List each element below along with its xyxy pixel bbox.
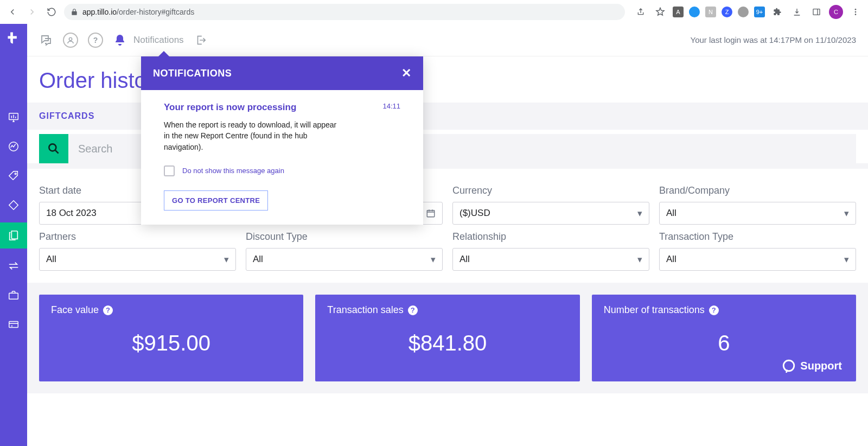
currency-select[interactable]: ($)USD ▾ <box>452 202 649 225</box>
user-icon[interactable] <box>63 33 78 48</box>
sidebar-item-transfer[interactable] <box>7 259 20 272</box>
app-logo[interactable] <box>6 30 21 46</box>
sidebar-item-orders[interactable] <box>0 222 27 249</box>
relationship-select[interactable]: All ▾ <box>452 248 649 271</box>
sidebar-item-diamond[interactable] <box>7 199 20 212</box>
popover-title: Your report is now processing <box>164 102 296 113</box>
address-bar[interactable]: app.tillo.io/order-history#giftcards <box>64 4 625 20</box>
go-to-report-centre-button[interactable]: GO TO REPORT CENTRE <box>164 190 268 211</box>
discount-select[interactable]: All ▾ <box>246 248 443 271</box>
txn-sales-amount: $841.80 <box>327 331 567 355</box>
extension-icon[interactable] <box>738 7 749 17</box>
logout-icon[interactable] <box>194 33 208 47</box>
sidebar <box>0 24 27 446</box>
partners-label: Partners <box>39 231 236 243</box>
help-icon[interactable]: ? <box>709 305 719 315</box>
forward-button[interactable] <box>25 5 39 19</box>
profile-avatar[interactable]: C <box>829 5 843 19</box>
browser-chrome: app.tillo.io/order-history#giftcards A N… <box>0 0 868 24</box>
bell-icon[interactable] <box>113 33 127 47</box>
svg-point-3 <box>855 14 857 15</box>
sidebar-item-tag[interactable] <box>7 169 20 182</box>
svg-rect-12 <box>427 211 435 217</box>
search-button[interactable] <box>39 134 68 163</box>
popover-arrow <box>158 51 169 56</box>
sidebar-item-dashboard[interactable] <box>7 111 20 124</box>
reload-button[interactable] <box>44 5 59 19</box>
face-value-amount: $915.00 <box>51 331 291 355</box>
url-domain: app.tillo.io <box>82 8 117 16</box>
dont-show-label: Do not show this message again <box>182 167 284 175</box>
extension-icon[interactable]: N <box>705 7 716 17</box>
extensions-puzzle-icon[interactable] <box>770 5 784 19</box>
txn-count-value: 6 <box>604 331 844 355</box>
popover-message: When the report is ready to download, it… <box>164 119 343 152</box>
support-button[interactable]: Support <box>782 359 842 373</box>
url-path: /order-history#giftcards <box>117 8 194 16</box>
help-icon[interactable]: ? <box>88 33 103 48</box>
sidebar-item-briefcase[interactable] <box>7 289 20 302</box>
notifications-popover: NOTIFICATIONS ✕ Your report is now proce… <box>141 56 423 225</box>
partners-select[interactable]: All ▾ <box>39 248 236 271</box>
extension-icon[interactable]: Z <box>722 7 732 17</box>
share-icon[interactable] <box>634 5 648 19</box>
relationship-label: Relationship <box>452 231 649 243</box>
brand-select[interactable]: All ▾ <box>659 202 856 225</box>
svg-rect-8 <box>9 322 18 328</box>
bookmark-star-icon[interactable] <box>653 5 667 19</box>
dont-show-checkbox[interactable] <box>164 165 175 176</box>
card-transaction-sales: Transaction sales? $841.80 <box>315 295 579 381</box>
chevron-down-icon: ▾ <box>431 254 436 265</box>
extension-icon[interactable] <box>689 7 700 17</box>
tab-giftcards[interactable]: GIFTCARDS <box>39 111 94 120</box>
chevron-down-icon: ▾ <box>637 254 642 265</box>
download-icon[interactable] <box>790 5 804 19</box>
sidebar-item-card[interactable] <box>7 318 20 331</box>
browser-action-icons: A N Z 9+ C <box>630 5 863 19</box>
svg-rect-0 <box>813 9 820 15</box>
chevron-down-icon: ▾ <box>844 208 849 219</box>
notifications-label: Notifications <box>133 35 184 46</box>
close-icon[interactable]: ✕ <box>401 66 412 80</box>
svg-point-2 <box>855 11 857 13</box>
chat-icon[interactable] <box>39 33 53 47</box>
svg-point-1 <box>855 9 857 10</box>
card-txn-count: Number of transactions? 6 Support <box>592 295 856 381</box>
chevron-down-icon: ▾ <box>224 254 229 265</box>
svg-point-6 <box>15 173 16 175</box>
currency-label: Currency <box>452 185 649 196</box>
chevron-down-icon: ▾ <box>844 254 849 265</box>
topbar: ? Notifications Your last login was at 1… <box>27 24 868 56</box>
popover-header: NOTIFICATIONS <box>153 68 232 79</box>
extension-icon[interactable]: 9+ <box>754 7 765 17</box>
txn-type-select[interactable]: All ▾ <box>659 248 856 271</box>
chat-bubble-icon <box>782 359 796 373</box>
sidepanel-icon[interactable] <box>809 5 824 19</box>
sidebar-item-analytics[interactable] <box>7 140 20 153</box>
chevron-down-icon: ▾ <box>637 208 642 219</box>
svg-point-10 <box>49 144 56 151</box>
svg-point-9 <box>69 37 72 40</box>
popover-time: 14:11 <box>382 102 400 110</box>
summary-cards: Face value? $915.00 Transaction sales? $… <box>27 283 868 393</box>
brand-label: Brand/Company <box>659 185 856 196</box>
help-icon[interactable]: ? <box>103 305 113 315</box>
txn-type-label: Transaction Type <box>659 231 856 243</box>
discount-label: Discount Type <box>246 231 443 243</box>
last-login-text: Your last login was at 14:17PM on 11/10/… <box>691 35 857 44</box>
help-icon[interactable]: ? <box>408 305 418 315</box>
back-button[interactable] <box>5 5 20 19</box>
svg-point-13 <box>784 360 795 371</box>
lock-icon <box>71 8 78 16</box>
svg-rect-7 <box>9 293 18 299</box>
calendar-icon <box>426 208 436 218</box>
card-face-value: Face value? $915.00 <box>39 295 303 381</box>
extension-icon[interactable]: A <box>673 7 684 17</box>
kebab-menu-icon[interactable] <box>848 5 863 19</box>
